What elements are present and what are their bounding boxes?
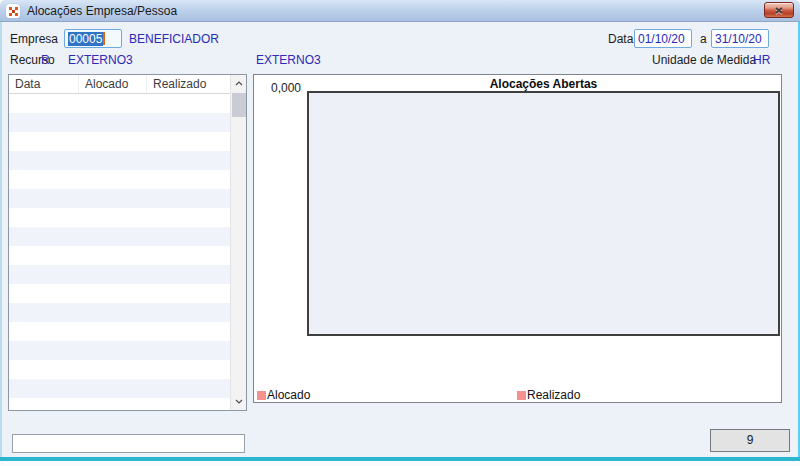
beneficiario-value: BENEFICIADOR: [129, 32, 219, 46]
chart-y-axis-tick: 0,000: [254, 81, 301, 95]
scrollbar-up-icon[interactable]: [231, 75, 246, 92]
date-to-input[interactable]: [711, 29, 769, 48]
scrollbar-down-icon[interactable]: [231, 393, 246, 410]
recurso-nome-centro-value: EXTERNO3: [256, 53, 321, 67]
legend-label-realizado: Realizado: [527, 388, 580, 402]
chart-plot-area: [307, 91, 780, 336]
title-bar[interactable]: Alocações Empresa/Pessoa: [0, 0, 800, 22]
chart-title: Alocações Abertas: [307, 77, 780, 91]
grid-col-realizado: Realizado: [147, 75, 230, 93]
legend-label-alocado: Alocado: [267, 388, 310, 402]
close-icon: [774, 6, 784, 15]
date-from-input[interactable]: [634, 29, 692, 48]
recurso-tipo-value: R: [41, 53, 50, 67]
empresa-input-selected-text: 00005: [68, 32, 103, 46]
counter-button[interactable]: 9: [710, 429, 790, 452]
legend-swatch-realizado: [517, 391, 526, 400]
legend-swatch-alocado: [257, 391, 266, 400]
grid-body-empty-rows[interactable]: [9, 94, 230, 410]
grid-scrollbar[interactable]: [230, 75, 246, 410]
data-label: Data: [608, 32, 633, 46]
recurso-nome-value: EXTERNO3: [68, 53, 133, 67]
grid-col-alocado: Alocado: [79, 75, 147, 93]
text-caret: [103, 32, 105, 45]
footer-text-input[interactable]: [12, 434, 245, 453]
empresa-label: Empresa: [10, 32, 58, 46]
allocations-grid: Data Alocado Realizado: [8, 74, 247, 411]
grid-col-data: Data: [9, 75, 79, 93]
legend-item-realizado: Realizado: [517, 388, 580, 402]
legend-item-alocado: Alocado: [257, 388, 310, 402]
window-title: Alocações Empresa/Pessoa: [27, 4, 177, 18]
app-icon: [6, 4, 20, 18]
window-left-edge: [0, 22, 2, 457]
window-bottom-margin: [0, 461, 800, 466]
chart-panel: 0,000 Alocações Abertas Alocado Realizad…: [253, 74, 782, 403]
app-window: Alocações Empresa/Pessoa Empresa 00005 B…: [0, 0, 800, 466]
empresa-input[interactable]: 00005: [64, 29, 122, 48]
close-button[interactable]: [764, 2, 794, 18]
unidade-medida-value: HR: [753, 53, 770, 67]
unidade-medida-label: Unidade de Medida: [652, 53, 756, 67]
grid-header-row: Data Alocado Realizado: [9, 75, 230, 94]
dialog-content: Empresa 00005 BENEFICIADOR Data a Recurs…: [0, 22, 800, 457]
date-separator: a: [700, 32, 707, 46]
scrollbar-thumb[interactable]: [232, 93, 246, 117]
